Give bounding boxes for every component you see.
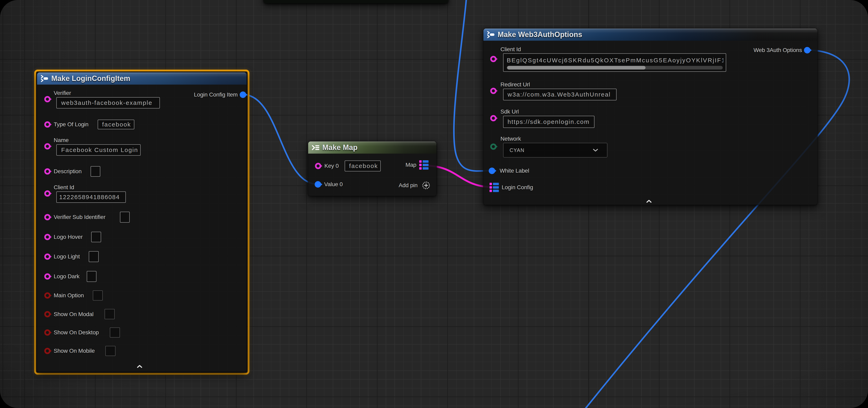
pin-label: Login Config (502, 184, 533, 191)
pin-label: Verifier (54, 90, 160, 96)
make-map-icon (312, 144, 319, 151)
add-pin-label: Add pin (399, 182, 417, 189)
logo-hover-input[interactable] (91, 232, 101, 242)
pin-network[interactable] (490, 143, 498, 150)
client-id-input[interactable]: BEglQSgt4cUWcj6SKRdu5QkOXTsePmMcusG5EAoy… (503, 54, 726, 72)
show-on-desktop-checkbox[interactable] (110, 328, 120, 338)
output-pin-label: Login Config Item (194, 92, 238, 98)
pin-label: Logo Hover (54, 234, 88, 240)
make-struct-icon (487, 31, 495, 38)
pin-label: Redirect Url (500, 81, 617, 88)
pin-show-on-mobile[interactable] (44, 348, 52, 354)
verifier-sub-identifier-input[interactable] (120, 212, 130, 223)
pin-client-id[interactable] (490, 56, 498, 62)
collapse-node-button[interactable] (137, 365, 143, 368)
redirect-url-input[interactable]: w3a://com.w3a.Web3AuthUnreal (503, 89, 617, 100)
pin-label: Verifier Sub Identifier (54, 214, 117, 220)
pin-label: Show On Mobile (54, 348, 102, 354)
pin-label: Client Id (500, 46, 726, 53)
main-option-checkbox[interactable] (93, 291, 103, 301)
pin-type-of-login[interactable] (44, 121, 52, 128)
chevron-down-icon (593, 148, 598, 152)
node-make-loginconfigitem[interactable]: Make LoginConfigItem Login Config Item V… (37, 72, 247, 372)
node-header[interactable]: Make LoginConfigItem (37, 72, 247, 84)
pin-white-label[interactable] (489, 168, 497, 174)
pin-logo-dark[interactable] (44, 273, 52, 280)
pin-login-config[interactable] (490, 183, 499, 192)
pin-label: Key 0 (324, 163, 342, 169)
output-pin-map[interactable] (419, 160, 429, 170)
graph-viewport[interactable]: Make LoginConfigItem Login Config Item V… (0, 0, 868, 408)
pin-key-0[interactable] (315, 163, 323, 169)
pin-logo-light[interactable] (44, 253, 52, 260)
network-value: CYAN (509, 147, 525, 153)
type-of-login-input[interactable]: facebook (98, 120, 134, 129)
pin-label: Client Id (54, 184, 126, 191)
verifier-input[interactable]: web3auth-facebook-example (56, 97, 160, 108)
output-pin-login-config-item[interactable] (240, 92, 248, 98)
pin-label: Name (54, 137, 141, 143)
node-title: Make Map (322, 143, 358, 152)
logo-dark-input[interactable] (87, 271, 96, 282)
pin-label: Type Of Login (54, 121, 95, 128)
pin-sdk-url[interactable] (490, 115, 498, 122)
node-make-map[interactable]: Make Map Key 0 facebook Map Value 0 (308, 141, 437, 196)
pin-label: Network (500, 136, 608, 142)
pin-name[interactable] (44, 143, 52, 149)
add-pin-button[interactable] (422, 181, 430, 190)
pin-label: Description (54, 168, 88, 175)
pin-description[interactable] (44, 168, 52, 175)
output-pin-web3auth-options[interactable] (804, 47, 812, 54)
pin-label: Value 0 (324, 181, 343, 188)
pin-verifier[interactable] (44, 96, 52, 102)
pin-label: Main Option (54, 292, 90, 299)
node-header[interactable]: Make Web3AuthOptions (484, 29, 817, 41)
pin-main-option[interactable] (44, 292, 52, 299)
show-on-mobile-checkbox[interactable] (105, 346, 116, 356)
node-header[interactable]: Make Map (308, 141, 436, 154)
pin-label: Logo Light (54, 253, 86, 260)
node-title: Make Web3AuthOptions (498, 30, 582, 39)
client-id-scrollbar[interactable] (507, 66, 723, 70)
pin-label: Show On Modal (54, 311, 102, 317)
sdk-url-input[interactable]: https://sdk.openlogin.com (503, 116, 594, 128)
offscreen-node-fragment[interactable] (264, 0, 448, 3)
pin-value-0[interactable] (315, 181, 323, 188)
pin-redirect-url[interactable] (490, 88, 498, 94)
pin-logo-hover[interactable] (44, 234, 52, 240)
node-title: Make LoginConfigItem (51, 74, 130, 83)
pin-show-on-desktop[interactable] (44, 329, 52, 336)
pin-show-on-modal[interactable] (44, 311, 52, 317)
pin-client-id[interactable] (44, 190, 52, 197)
pin-verifier-sub-identifier[interactable] (44, 214, 52, 220)
output-pin-label: Map (405, 162, 416, 168)
logo-light-input[interactable] (89, 251, 99, 262)
collapse-node-button[interactable] (646, 200, 652, 203)
blueprint-graph-editor: Make LoginConfigItem Login Config Item V… (0, 0, 868, 408)
pin-label: White Label (500, 168, 529, 174)
key-0-input[interactable]: facebook (345, 161, 381, 171)
pin-label: Logo Dark (54, 273, 84, 280)
network-dropdown[interactable]: CYAN (503, 143, 608, 158)
make-struct-icon (41, 75, 49, 82)
node-make-web3authoptions[interactable]: Make Web3AuthOptions Web 3Auth Options C… (483, 28, 817, 205)
pin-label: Show On Desktop (54, 329, 107, 336)
description-input[interactable] (91, 166, 100, 177)
pin-label: Sdk Url (500, 108, 594, 115)
client-id-input[interactable]: 1222658941886084 (56, 192, 126, 203)
output-pin-label: Web 3Auth Options (753, 47, 802, 54)
show-on-modal-checkbox[interactable] (104, 309, 115, 319)
name-input[interactable]: Facebook Custom Login (56, 144, 141, 156)
